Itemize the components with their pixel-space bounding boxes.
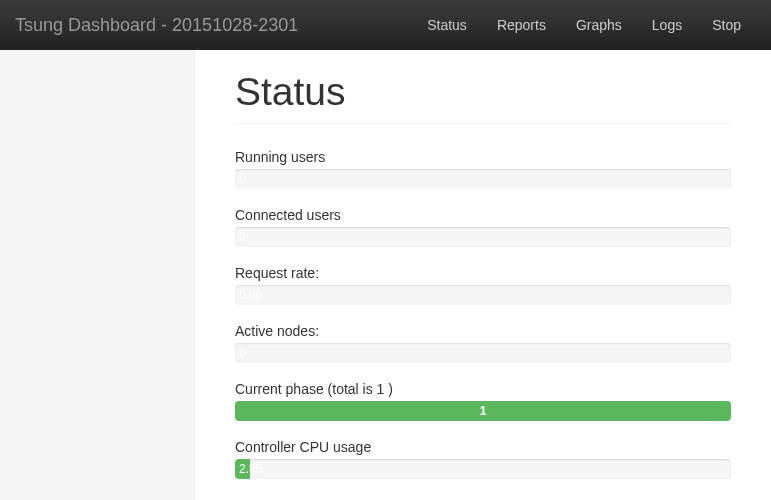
nav-status[interactable]: Status: [412, 2, 482, 48]
navbar-nav: Status Reports Graphs Logs Stop: [412, 2, 756, 48]
nav-reports[interactable]: Reports: [482, 2, 561, 48]
progress-value: 0: [235, 169, 246, 189]
main-content: Status Running users 0 Connected users 0…: [195, 50, 771, 500]
progress-value: 0: [235, 227, 246, 247]
navbar: Tsung Dashboard - 20151028-2301 Status R…: [0, 0, 771, 50]
progress-value: 2.85: [235, 462, 266, 476]
metric-request-rate: Request rate: 0.00: [235, 265, 731, 305]
progress-fill: 1: [235, 401, 731, 421]
progress-bar-connected-users: 0: [235, 227, 731, 247]
sidebar: [0, 50, 195, 500]
metric-running-users: Running users 0: [235, 149, 731, 189]
nav-stop[interactable]: Stop: [697, 2, 756, 48]
progress-bar-running-users: 0: [235, 169, 731, 189]
progress-bar-request-rate: 0.00: [235, 285, 731, 305]
metric-connected-users: Connected users 0: [235, 207, 731, 247]
progress-bar-controller-cpu: 2.85: [235, 459, 731, 479]
metric-label: Active nodes:: [235, 323, 731, 339]
metric-label: Controller CPU usage: [235, 439, 731, 455]
metric-label: Running users: [235, 149, 731, 165]
container: Status Running users 0 Connected users 0…: [0, 50, 771, 500]
metric-current-phase: Current phase (total is 1 ) 1: [235, 381, 731, 421]
progress-fill: 2.85: [235, 459, 250, 479]
metric-controller-cpu: Controller CPU usage 2.85: [235, 439, 731, 479]
metric-active-nodes: Active nodes: 0: [235, 323, 731, 363]
navbar-brand[interactable]: Tsung Dashboard - 20151028-2301: [15, 0, 298, 51]
progress-bar-current-phase: 1: [235, 401, 731, 421]
progress-bar-active-nodes: 0: [235, 343, 731, 363]
page-title: Status: [235, 70, 731, 124]
metric-label: Request rate:: [235, 265, 731, 281]
metric-label: Current phase (total is 1 ): [235, 381, 731, 397]
progress-value: 0.00: [235, 285, 262, 305]
nav-graphs[interactable]: Graphs: [561, 2, 637, 48]
progress-value: 0: [235, 343, 246, 363]
metric-label: Connected users: [235, 207, 731, 223]
nav-logs[interactable]: Logs: [637, 2, 697, 48]
